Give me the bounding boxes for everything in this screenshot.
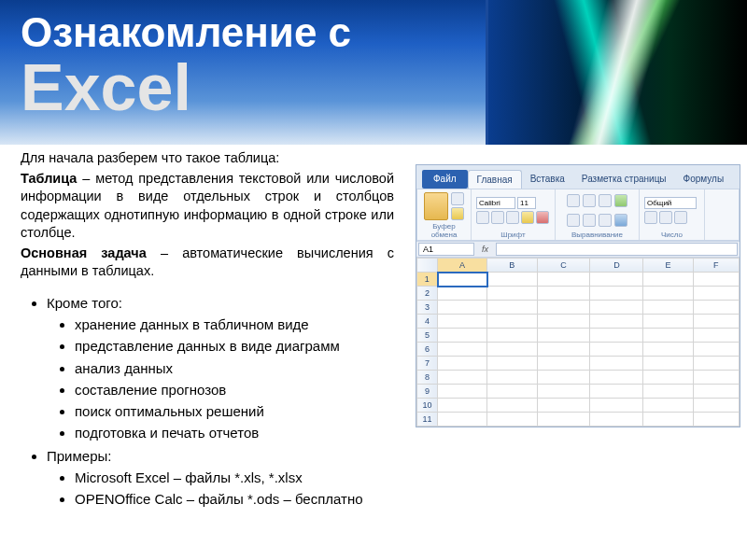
cell[interactable] xyxy=(590,385,643,399)
cell[interactable] xyxy=(487,343,537,357)
row-header[interactable]: 3 xyxy=(417,301,438,315)
cell[interactable] xyxy=(643,399,693,413)
cell[interactable] xyxy=(693,315,739,329)
row-header[interactable]: 10 xyxy=(417,399,438,413)
cell[interactable] xyxy=(693,413,739,427)
tab-insert[interactable]: Вставка xyxy=(522,170,573,189)
col-header[interactable]: C xyxy=(537,259,590,273)
cell[interactable] xyxy=(643,371,693,385)
col-header[interactable]: F xyxy=(693,259,739,273)
cell[interactable] xyxy=(693,385,739,399)
number-format-select[interactable]: Общий xyxy=(644,197,697,209)
cell[interactable] xyxy=(487,315,537,329)
underline-icon[interactable] xyxy=(506,211,519,224)
cell[interactable] xyxy=(693,343,739,357)
row-header[interactable]: 4 xyxy=(417,315,438,329)
cell[interactable] xyxy=(590,301,643,315)
cell[interactable] xyxy=(438,287,487,301)
cell[interactable] xyxy=(487,371,537,385)
cell[interactable] xyxy=(537,413,590,427)
cell[interactable] xyxy=(643,343,693,357)
col-header[interactable]: A xyxy=(438,259,487,273)
cell[interactable] xyxy=(438,315,487,329)
col-header[interactable]: D xyxy=(590,259,643,273)
row-header[interactable]: 7 xyxy=(417,357,438,371)
cell[interactable] xyxy=(643,329,693,343)
font-name-select[interactable]: Calibri xyxy=(476,197,515,209)
cell[interactable] xyxy=(590,343,643,357)
cell[interactable] xyxy=(643,273,693,287)
spreadsheet-grid[interactable]: A B C D E F 1 2 3 4 5 6 7 8 9 10 11 xyxy=(416,258,740,427)
cell[interactable] xyxy=(643,385,693,399)
cell[interactable] xyxy=(590,399,643,413)
cell[interactable] xyxy=(487,385,537,399)
col-header[interactable]: B xyxy=(487,259,537,273)
align-left-icon[interactable] xyxy=(567,214,580,227)
cell-a1[interactable] xyxy=(438,273,487,287)
cell[interactable] xyxy=(438,357,487,371)
cell[interactable] xyxy=(590,315,643,329)
cell[interactable] xyxy=(487,301,537,315)
cell[interactable] xyxy=(438,343,487,357)
row-header[interactable]: 8 xyxy=(417,371,438,385)
italic-icon[interactable] xyxy=(491,211,504,224)
cell[interactable] xyxy=(537,273,590,287)
cut-icon[interactable] xyxy=(451,192,464,205)
select-all-corner[interactable] xyxy=(417,259,438,273)
cell[interactable] xyxy=(590,357,643,371)
cell[interactable] xyxy=(590,329,643,343)
align-center-icon[interactable] xyxy=(583,214,596,227)
cell[interactable] xyxy=(487,399,537,413)
cell[interactable] xyxy=(643,315,693,329)
row-header[interactable]: 1 xyxy=(417,273,438,287)
wrap-text-icon[interactable] xyxy=(614,194,627,207)
font-size-select[interactable]: 11 xyxy=(517,197,536,209)
cell[interactable] xyxy=(693,273,739,287)
col-header[interactable]: E xyxy=(643,259,693,273)
cell[interactable] xyxy=(693,357,739,371)
percent-icon[interactable] xyxy=(659,211,672,224)
fx-icon[interactable]: fx xyxy=(476,245,494,254)
formula-input[interactable] xyxy=(496,243,738,256)
tab-home[interactable]: Главная xyxy=(468,170,522,189)
align-top-icon[interactable] xyxy=(567,194,580,207)
copy-icon[interactable] xyxy=(451,207,464,220)
cell[interactable] xyxy=(438,329,487,343)
paste-icon[interactable] xyxy=(424,192,448,220)
comma-icon[interactable] xyxy=(674,211,687,224)
cell[interactable] xyxy=(537,315,590,329)
fill-color-icon[interactable] xyxy=(521,211,534,224)
cell[interactable] xyxy=(693,371,739,385)
tab-file[interactable]: Файл xyxy=(422,170,468,189)
cell[interactable] xyxy=(438,399,487,413)
cell[interactable] xyxy=(438,371,487,385)
currency-icon[interactable] xyxy=(644,211,657,224)
cell[interactable] xyxy=(487,329,537,343)
cell[interactable] xyxy=(590,371,643,385)
align-bottom-icon[interactable] xyxy=(599,194,612,207)
cell[interactable] xyxy=(537,329,590,343)
name-box[interactable]: A1 xyxy=(418,243,474,256)
cell[interactable] xyxy=(643,357,693,371)
bold-icon[interactable] xyxy=(476,211,489,224)
cell[interactable] xyxy=(643,413,693,427)
row-header[interactable]: 11 xyxy=(417,413,438,427)
row-header[interactable]: 2 xyxy=(417,287,438,301)
cell[interactable] xyxy=(487,413,537,427)
cell[interactable] xyxy=(643,287,693,301)
cell[interactable] xyxy=(693,287,739,301)
font-color-icon[interactable] xyxy=(536,211,549,224)
cell[interactable] xyxy=(487,357,537,371)
cell[interactable] xyxy=(590,273,643,287)
cell[interactable] xyxy=(643,301,693,315)
cell[interactable] xyxy=(537,357,590,371)
cell[interactable] xyxy=(537,301,590,315)
cell[interactable] xyxy=(537,371,590,385)
cell[interactable] xyxy=(487,273,537,287)
cell[interactable] xyxy=(438,385,487,399)
row-header[interactable]: 5 xyxy=(417,329,438,343)
row-header[interactable]: 9 xyxy=(417,385,438,399)
row-header[interactable]: 6 xyxy=(417,343,438,357)
align-right-icon[interactable] xyxy=(599,214,612,227)
cell[interactable] xyxy=(693,301,739,315)
